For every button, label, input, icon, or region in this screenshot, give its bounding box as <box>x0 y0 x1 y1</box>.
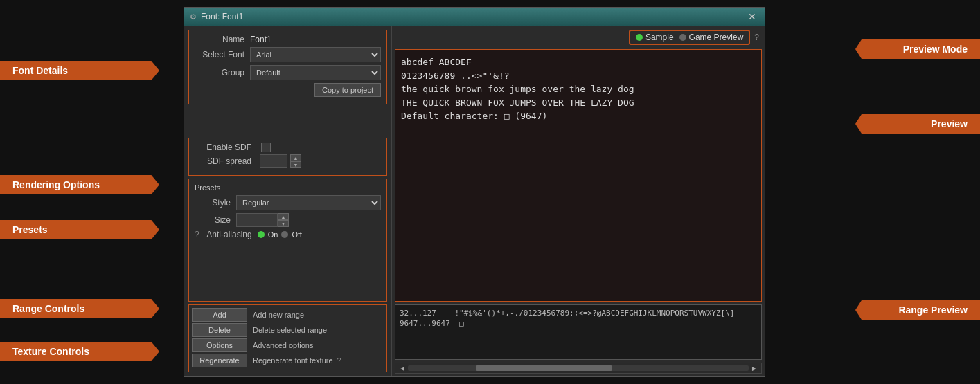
game-preview-radio-option[interactable]: Game Preview <box>679 33 744 42</box>
sidebar-label-font-details[interactable]: Font Details <box>0 61 159 80</box>
sdf-spread-up-arrow[interactable]: ▲ <box>290 154 301 161</box>
regenerate-row: Regenerate Regenerate font texture ? <box>192 354 384 367</box>
antialiasing-on-dot <box>258 231 265 238</box>
style-label: Style <box>195 198 236 208</box>
delete-range-label: Delete selected range <box>249 326 327 334</box>
sdf-spread-arrows: ▲ ▼ <box>290 154 301 168</box>
preview-main-area[interactable]: abcdef ABCDEF 0123456789 ..<>"'&!? the q… <box>395 49 762 302</box>
sidebar-label-range-preview[interactable]: Range Preview <box>855 300 980 320</box>
antialiasing-options: On Off <box>258 230 302 239</box>
help-icon-antialiasing: ? <box>195 230 199 239</box>
page-background: Font Details Rendering Options Presets R… <box>0 0 980 384</box>
sidebar-labels-right: Preview Mode Preview Range Preview <box>869 0 980 384</box>
group-row: Group Default <box>195 65 381 80</box>
sdf-spread-down-arrow[interactable]: ▼ <box>290 161 301 168</box>
close-button[interactable]: ✕ <box>745 11 759 22</box>
spacer-1 <box>188 107 387 135</box>
title-bar: ⚙ Font: Font1 ✕ <box>184 8 765 26</box>
range-buttons-section: Add Add new range Delete Delete selected… <box>188 304 387 372</box>
enable-sdf-row: Enable SDF <box>195 143 381 152</box>
size-label: Size <box>195 215 236 225</box>
enable-sdf-label: Enable SDF <box>195 143 257 152</box>
sdf-spread-input[interactable]: 8 <box>260 154 287 168</box>
regenerate-help-icon: ? <box>337 356 341 365</box>
size-down-arrow[interactable]: ▼ <box>278 220 289 227</box>
antialiasing-label: Anti-aliasing <box>202 230 258 239</box>
sidebar-labels-left: Font Details Rendering Options Presets R… <box>0 0 184 384</box>
font-details-section: Name Font1 Select Font Arial Group Defau… <box>188 30 387 104</box>
scroll-left-arrow[interactable]: ◄ <box>397 365 408 372</box>
select-font-dropdown[interactable]: Arial <box>250 47 381 62</box>
sidebar-label-preview-mode[interactable]: Preview Mode <box>855 39 980 59</box>
copy-row: Copy to project <box>195 83 381 97</box>
main-dialog: ⚙ Font: Font1 ✕ Name Font1 Select Font <box>184 7 765 377</box>
game-preview-dot <box>679 34 686 41</box>
sdf-spread-row: SDF spread 8 ▲ ▼ <box>195 154 381 168</box>
scrollbar-thumb[interactable] <box>476 365 612 371</box>
presets-section: Presets Style Regular Size 12 ▲ ▼ <box>188 179 387 302</box>
group-label: Group <box>195 68 250 77</box>
range-preview-box: 32...127 !"#$%&'()*+,-./0123456789:;<=>?… <box>395 304 762 360</box>
font-icon: ⚙ <box>190 12 197 21</box>
sidebar-label-preview[interactable]: Preview <box>855 114 980 134</box>
sidebar-label-texture-controls[interactable]: Texture Controls <box>0 342 159 361</box>
add-range-row: Add Add new range <box>192 308 384 322</box>
right-panel: Sample Game Preview ? abcdef ABCDEF 0123… <box>392 26 765 376</box>
antialiasing-on-label: On <box>268 230 278 239</box>
select-font-row: Select Font Arial <box>195 47 381 62</box>
style-row: Style Regular <box>195 195 381 210</box>
sidebar-label-range-controls[interactable]: Range Controls <box>0 299 159 318</box>
name-row: Name Font1 <box>195 35 381 44</box>
size-input[interactable]: 12 <box>236 213 278 227</box>
preview-top-bar: Sample Game Preview ? <box>395 28 762 46</box>
delete-range-row: Delete Delete selected range <box>192 323 384 337</box>
options-button[interactable]: Options <box>192 338 247 352</box>
preview-help-icon[interactable]: ? <box>754 33 759 42</box>
title-bar-left: ⚙ Font: Font1 <box>190 12 243 21</box>
add-range-label: Add new range <box>249 311 304 319</box>
scrollbar-track[interactable] <box>408 365 749 371</box>
sample-label: Sample <box>645 33 674 42</box>
name-label: Name <box>195 35 250 44</box>
sample-radio-option[interactable]: Sample <box>636 33 674 42</box>
scroll-right-arrow[interactable]: ► <box>749 365 760 372</box>
horizontal-scrollbar[interactable]: ◄ ► <box>395 363 762 374</box>
size-arrows: ▲ ▼ <box>278 213 289 227</box>
game-preview-label: Game Preview <box>689 33 744 42</box>
enable-sdf-checkbox[interactable] <box>261 143 271 152</box>
dialog-title: Font: Font1 <box>201 12 243 21</box>
preview-mode-controls: Sample Game Preview <box>629 30 750 45</box>
style-dropdown[interactable]: Regular <box>236 195 381 210</box>
antialiasing-off-dot <box>281 231 288 238</box>
rendering-options-section: Enable SDF SDF spread 8 ▲ ▼ <box>188 138 387 176</box>
presets-title: Presets <box>195 183 381 192</box>
size-row: Size 12 ▲ ▼ <box>195 213 381 227</box>
name-value: Font1 <box>250 35 271 44</box>
preview-text-content: abcdef ABCDEF 0123456789 ..<>"'&!? the q… <box>401 55 756 123</box>
dialog-content: Name Font1 Select Font Arial Group Defau… <box>184 26 765 376</box>
size-up-arrow[interactable]: ▲ <box>278 213 289 220</box>
add-range-button[interactable]: Add <box>192 308 247 322</box>
options-row: Options Advanced options <box>192 338 384 352</box>
sidebar-label-rendering-options[interactable]: Rendering Options <box>0 175 159 194</box>
delete-range-button[interactable]: Delete <box>192 323 247 337</box>
sdf-spread-label: SDF spread <box>195 156 257 166</box>
regenerate-label: Regenerate font texture <box>249 356 333 365</box>
antialiasing-row: ? Anti-aliasing On Off <box>195 230 381 239</box>
antialiasing-off-label: Off <box>292 230 301 239</box>
range-preview-text: 32...127 !"#$%&'()*+,-./0123456789:;<=>?… <box>400 308 757 329</box>
sidebar-label-presets[interactable]: Presets <box>0 220 159 239</box>
copy-to-project-button[interactable]: Copy to project <box>314 83 381 97</box>
sample-active-dot <box>636 34 643 41</box>
left-panel: Name Font1 Select Font Arial Group Defau… <box>184 26 392 376</box>
group-dropdown[interactable]: Default <box>250 65 381 80</box>
options-label: Advanced options <box>249 341 313 349</box>
select-font-label: Select Font <box>195 50 250 60</box>
regenerate-button[interactable]: Regenerate <box>192 354 247 367</box>
